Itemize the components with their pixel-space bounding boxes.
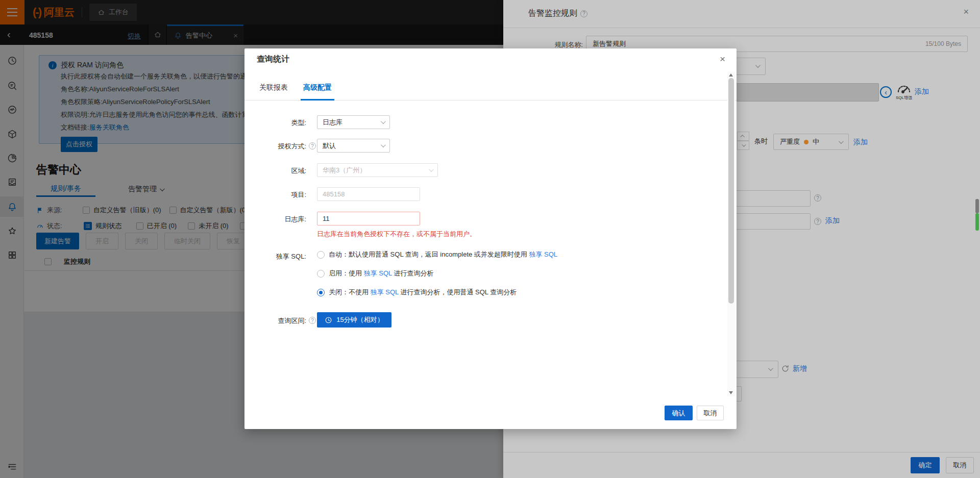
clock-icon [325,316,332,324]
tab-report-label: 关联报表 [259,83,288,92]
radio-close-text: 关闭：不使用 独享 SQL 进行查询分析，使用普通 SQL 查询分析 [329,288,517,297]
scrollbar-thumb[interactable] [728,78,734,304]
tab-advanced-config[interactable]: 高级配置 [301,83,334,100]
radio-enable-pre: 启用：使用 [329,269,364,277]
radio-close-post: 进行查询分析，使用普通 SQL 查询分析 [399,288,517,296]
radio-option-close[interactable]: 关闭：不使用 独享 SQL 进行查询分析，使用普通 SQL 查询分析 [317,288,517,297]
modal-scrollbar[interactable] [727,71,735,396]
dedicated-sql-link[interactable]: 独享 SQL [364,269,392,277]
modal-close-icon[interactable]: × [720,54,725,65]
logstore-value: 11 [323,215,330,222]
logstore-label: 日志库: [244,215,306,224]
logstore-input[interactable]: 11 [317,212,420,225]
radio-auto-pre: 自动：默认使用普通 SQL 查询，返回 incomplete 或并发超限时使用 [329,250,529,258]
logstore-error-message: 日志库在当前角色授权下不存在，或不属于当前用户。 [317,230,476,239]
project-value: 485158 [323,190,345,198]
modal-cancel-button[interactable]: 取消 [697,406,724,420]
region-value: 华南3（广州） [323,166,366,175]
auth-mode-label: 授权方式: [244,142,306,151]
dedicated-sql-label: 独享 SQL: [244,252,306,261]
auth-mode-value: 默认 [323,141,336,150]
query-statistics-modal: 查询统计 × 关联报表 高级配置 类型: 日志库 授权方式: ? 默认 区域: … [244,48,737,429]
screen: (-) 阿里云 工作台 ‹ 485158 切换 告警中心 × [0,0,980,478]
radio-close-pre: 关闭：不使用 [329,288,371,296]
radio-icon[interactable] [317,251,325,259]
type-label: 类型: [244,118,306,128]
chevron-down-icon [381,119,386,124]
help-icon[interactable]: ? [309,317,316,324]
help-icon[interactable]: ? [309,142,316,149]
radio-option-auto[interactable]: 自动：默认使用普通 SQL 查询，返回 incomplete 或并发超限时使用 … [317,250,557,259]
region-select-disabled: 华南3（广州） [317,163,438,177]
radio-enable-text: 启用：使用 独享 SQL 进行查询分析 [329,269,433,278]
chevron-down-icon [429,167,434,172]
scroll-down-arrow-icon[interactable] [729,391,733,394]
auth-mode-select[interactable]: 默认 [317,139,390,153]
type-value: 日志库 [323,118,342,127]
query-range-label: 查询区间: [244,316,306,325]
project-input-disabled: 485158 [317,187,420,201]
modal-title: 查询统计 [257,54,289,65]
dedicated-sql-link[interactable]: 独享 SQL [529,250,557,258]
radio-option-enable[interactable]: 启用：使用 独享 SQL 进行查询分析 [317,269,433,278]
radio-selected-icon[interactable] [317,289,325,296]
modal-tabs: 关联报表 高级配置 [244,83,737,100]
tab-related-report[interactable]: 关联报表 [259,83,288,100]
project-label: 项目: [244,190,306,199]
tab-advanced-label: 高级配置 [303,83,332,92]
dedicated-sql-link[interactable]: 独享 SQL [371,288,399,296]
radio-enable-post: 进行查询分析 [392,269,434,277]
scroll-up-arrow-icon[interactable] [729,73,733,77]
type-select[interactable]: 日志库 [317,115,390,129]
chevron-down-icon [381,142,386,147]
radio-auto-text: 自动：默认使用普通 SQL 查询，返回 incomplete 或并发超限时使用 … [329,250,557,259]
query-range-button[interactable]: 15分钟（相对） [317,312,391,328]
radio-icon[interactable] [317,270,325,278]
modal-confirm-button[interactable]: 确认 [665,406,693,420]
query-range-value: 15分钟（相对） [336,315,383,324]
region-label: 区域: [244,166,306,175]
